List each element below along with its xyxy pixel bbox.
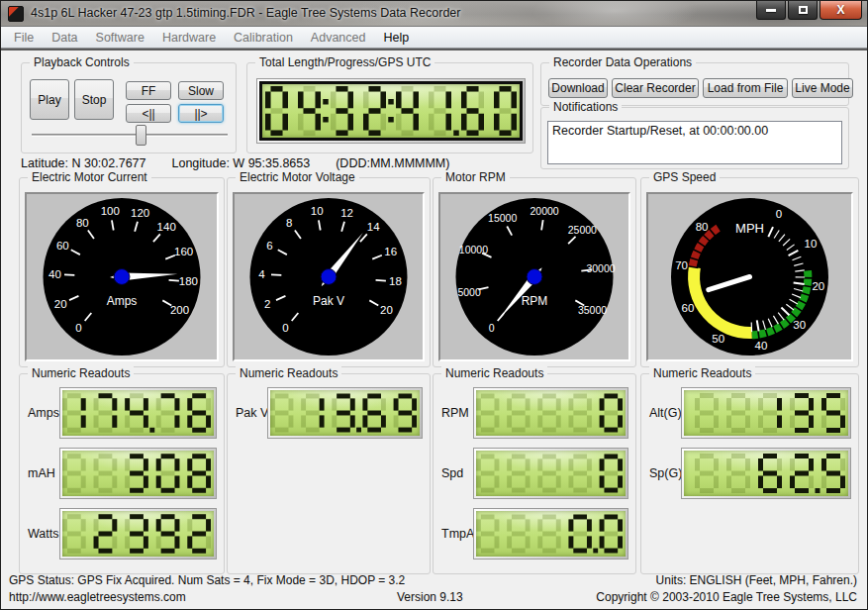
readout-row: Spd [434,447,635,500]
lcd-frame [59,508,217,559]
readouts-group-4: Numeric Readouts Alt(G)Sp(G) [640,373,859,574]
readouts-group-1-title: Numeric Readouts [28,366,134,380]
time-display-title: Total Length/Progress/GPS UTC [255,55,434,69]
website-url: http://www.eagletreesystems.com [9,590,186,604]
svg-text:50: 50 [712,333,724,345]
svg-text:10: 10 [311,205,324,217]
lcd-frame [473,387,628,439]
gauge-voltage-title: Electric Motor Voltage [236,170,359,184]
gauge-current-group: Electric Motor Current 02040608010012014… [19,177,225,367]
close-button[interactable]: X [820,1,862,20]
longitude-value: Longitude: W 95:35.8653 [172,156,311,170]
readout-label: Sp(G) [649,447,682,500]
gauge-voltage-group: Electric Motor Voltage 02468101214161820… [227,177,431,367]
svg-text:35000: 35000 [578,304,607,316]
notifications-list[interactable]: Recorder Startup/Reset, at 00:00:00.00 [547,121,842,164]
svg-text:20: 20 [380,304,393,316]
readout-row: Pak V [228,386,430,440]
clear-recorder-button[interactable]: Clear Recorder [612,78,699,98]
svg-text:100: 100 [101,205,120,217]
svg-text:20000: 20000 [530,205,558,217]
svg-text:15000: 15000 [488,212,517,224]
svg-text:10: 10 [805,238,818,250]
minimize-button[interactable] [756,1,786,20]
svg-text:5000: 5000 [457,286,481,298]
menu-bar: File Data Software Hardware Calibration … [1,27,867,49]
units-text: Units: ENGLISH (Feet, MPH, Fahren.) [656,573,857,587]
lcd-display [62,511,214,557]
svg-text:2: 2 [264,298,270,310]
svg-text:140: 140 [157,221,176,233]
readout-label: RPM [441,386,469,440]
step-forward-button[interactable]: ||> [178,104,224,123]
download-button[interactable]: Download [548,78,608,98]
readouts-group-3-title: Numeric Readouts [441,366,547,380]
svg-text:20: 20 [812,280,824,292]
maximize-button[interactable] [788,1,818,20]
menu-hardware[interactable]: Hardware [153,29,225,47]
lcd-frame [473,508,628,559]
gauge-current-dial: 020406080100120140160180200Amps [25,192,219,361]
menu-help[interactable]: Help [374,29,418,47]
gauge-gps-speed-group: GPS Speed MPH01020304050607080 [640,177,859,367]
slow-button[interactable]: Slow [178,81,224,100]
readout-row: mAH [20,447,224,500]
lcd-frame [473,448,628,499]
app-window: 4s1p 6L Hacker 47-23 gtp 1.5timing.FDR -… [0,0,868,610]
gauge-rpm-group: Motor RPM 050001000015000200002500030000… [433,177,636,367]
svg-text:8: 8 [286,217,292,229]
gps-status-text: GPS Status: GPS Fix Acquired. Num Sats =… [9,573,405,587]
svg-text:0: 0 [776,208,782,220]
readout-label: Watts [28,507,58,560]
svg-text:0: 0 [75,322,81,334]
readout-label: Pak V [236,386,268,440]
svg-text:20: 20 [54,298,67,310]
readout-label: mAH [28,447,55,500]
svg-text:200: 200 [170,304,189,316]
lcd-display [684,451,848,496]
client-area: Playback Controls Play Stop FF Slow <|| … [1,49,867,609]
notification-message: Recorder Startup/Reset, at 00:00:00.00 [552,124,768,138]
recorder-ops-title: Recorder Data Operations [549,55,696,69]
minimize-icon [766,9,776,12]
lcd-frame [59,387,217,439]
lcd-display [62,390,214,436]
svg-text:6: 6 [266,240,272,252]
title-bar[interactable]: 4s1p 6L Hacker 47-23 gtp 1.5timing.FDR -… [1,1,867,27]
step-back-button[interactable]: <|| [126,104,171,123]
lcd-display [476,390,626,436]
svg-text:40: 40 [48,268,61,280]
fast-forward-button[interactable]: FF [126,81,171,100]
svg-text:Amps: Amps [107,294,138,308]
svg-text:18: 18 [389,275,402,287]
lcd-frame [267,387,423,439]
load-from-file-button[interactable]: Load from File [703,78,788,98]
menu-file[interactable]: File [5,29,43,47]
svg-text:80: 80 [76,217,89,229]
playback-slider-track[interactable] [32,134,228,137]
lcd-display [270,390,420,436]
gps-position-line: Latitude: N 30:02.7677Longitude: W 95:35… [21,156,475,170]
time-display-group: Total Length/Progress/GPS UTC [246,62,533,153]
svg-text:70: 70 [675,259,688,271]
svg-text:30: 30 [793,319,806,331]
gauge-rpm-dial: 05000100001500020000250003000035000RPM [438,192,630,361]
svg-text:RPM: RPM [522,294,548,308]
readouts-group-2: Numeric Readouts Pak V [227,373,431,574]
menu-data[interactable]: Data [43,29,86,47]
menu-calibration[interactable]: Calibration [225,29,302,47]
live-mode-button[interactable]: Live Mode [792,78,853,98]
svg-text:0: 0 [489,322,495,334]
svg-text:60: 60 [682,302,695,314]
gauge-current-title: Electric Motor Current [28,170,151,184]
readouts-group-4-title: Numeric Readouts [649,366,755,380]
svg-text:30000: 30000 [586,262,615,274]
stop-button[interactable]: Stop [74,79,114,120]
lcd-display [476,511,626,557]
readout-row: Alt(G) [641,386,858,440]
play-button[interactable]: Play [30,79,69,120]
playback-slider-thumb[interactable] [136,125,146,146]
readout-row: Sp(G) [641,447,858,500]
menu-software[interactable]: Software [87,29,153,47]
menu-advanced[interactable]: Advanced [302,29,375,47]
